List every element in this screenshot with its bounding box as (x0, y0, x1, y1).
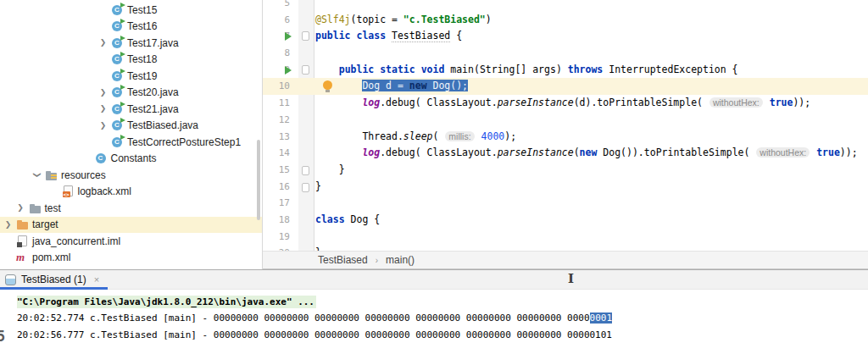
code-line[interactable]: 10 Dog d = new Dog(); (263, 78, 868, 95)
code-line[interactable]: 12 (263, 112, 868, 129)
tree-item-testbiased-java[interactable]: ❯CTestBiased.java (0, 118, 262, 135)
run-overlay-icon (120, 102, 125, 107)
tree-item-label: pom.xml (32, 252, 70, 263)
fold-icon[interactable] (302, 31, 309, 41)
class-run-icon: C (111, 53, 125, 66)
tree-item-label: resources (61, 169, 106, 181)
active-tab-underline (0, 287, 108, 290)
code-text: @Slf4j(topic = "c.TestBiased") (314, 12, 492, 29)
code-editor[interactable]: 56@Slf4j(topic = "c.TestBiased")7public … (263, 0, 868, 251)
code-line[interactable]: 14 log.debug( ClassLayout.parseInstance(… (263, 145, 868, 162)
tree-item-pom-xml[interactable]: mpom.xml (0, 250, 262, 267)
console-tab[interactable]: TestBiased (1) × (0, 270, 104, 289)
tree-item-label: Test21.java (127, 103, 179, 115)
tree-item-test18[interactable]: CTest18 (0, 52, 262, 69)
line-number: 5 (284, 0, 290, 12)
close-tab-icon[interactable]: × (94, 274, 99, 285)
code-text: } (314, 162, 345, 179)
code-line[interactable]: 11 log.debug( ClassLayout.parseInstance(… (263, 95, 868, 112)
code-line[interactable]: 5 (263, 0, 868, 12)
tree-item-label: Test17.java (127, 37, 179, 49)
code-line[interactable]: 18class Dog { (263, 212, 868, 229)
console-gutter-artifact: 5 (0, 328, 5, 345)
fold-end-icon[interactable] (302, 166, 309, 175)
fold-end-icon[interactable] (302, 183, 309, 192)
maven-icon: m (16, 251, 30, 264)
code-text: Dog d = new Dog(); (314, 78, 468, 95)
tree-item-label: TestBiased.java (127, 119, 198, 131)
tree-item-label: Test18 (127, 53, 157, 65)
tree-item-test20-java[interactable]: ❯CTest20.java (0, 85, 262, 102)
editor-gutter: 13 (263, 129, 314, 146)
tree-item-logback-xml[interactable]: <>logback.xml (0, 184, 262, 201)
tree-item-testcorrectposturestep1[interactable]: CTestCorrectPostureStep1 (0, 134, 262, 151)
chevron-right-icon[interactable]: ❯ (13, 200, 29, 216)
run-overlay-icon (120, 36, 125, 41)
tree-item-resources[interactable]: ❯resources (0, 167, 262, 184)
tree-item-constants[interactable]: CConstants (0, 151, 262, 168)
tree-item-test21-java[interactable]: ❯CTest21.java (0, 101, 262, 118)
folder-icon (29, 202, 42, 215)
project-tree-panel: CTest15CTest16❯CTest17.javaCTest18CTest1… (0, 0, 263, 269)
tree-item-test15[interactable]: CTest15 (0, 2, 262, 19)
chevron-right-icon[interactable]: ❯ (0, 217, 16, 233)
code-line[interactable]: 6@Slf4j(topic = "c.TestBiased") (263, 12, 868, 29)
tree-item-test[interactable]: ❯test (0, 200, 262, 217)
code-line[interactable]: 15 } (263, 162, 868, 179)
editor-gutter: 18 (263, 212, 314, 229)
run-overlay-icon (120, 52, 125, 57)
run-gutter-icon[interactable] (285, 32, 292, 41)
tree-item-label: target (32, 218, 58, 230)
code-line[interactable]: 9 public static void main(String[] args)… (263, 62, 868, 79)
run-overlay-icon (120, 69, 125, 74)
console-command-text: "C:\Program Files\Java\jdk1.8.0_212\bin\… (17, 296, 316, 308)
editor-gutter: 15 (263, 162, 314, 179)
tree-item-java-concurrent-iml[interactable]: java_concurrent.iml (0, 233, 262, 250)
editor-gutter: 8 (263, 45, 314, 62)
chevron-right-icon[interactable]: ❯ (95, 101, 111, 117)
chevron-right-icon[interactable]: ❯ (95, 85, 111, 101)
tree-item-test19[interactable]: CTest19 (0, 68, 262, 85)
run-overlay-icon (120, 19, 125, 24)
code-line[interactable]: 16} (263, 179, 868, 196)
editor-gutter: 19 (263, 229, 314, 246)
code-line[interactable]: 13 Thread.sleep( millis: 4000); (263, 129, 868, 146)
fold-icon[interactable] (302, 65, 309, 75)
code-line[interactable]: 17 (263, 195, 868, 212)
class-icon: C (95, 152, 108, 165)
line-number: 13 (279, 129, 290, 146)
run-gutter-icon[interactable] (285, 66, 292, 75)
code-line[interactable]: 7public class TestBiased { (263, 28, 868, 45)
line-number: 10 (279, 78, 290, 95)
tree-item-label: Constants (111, 152, 157, 164)
tree-item-test16[interactable]: CTest16 (0, 19, 262, 36)
code-line[interactable]: 8 (263, 45, 868, 62)
tree-item-label: Test15 (127, 4, 157, 16)
editor-gutter: 10 (263, 78, 314, 95)
iml-icon (16, 235, 30, 248)
chevron-right-icon[interactable]: ❯ (95, 118, 111, 134)
class-run-icon: C (111, 102, 125, 116)
chevron-right-icon[interactable]: ❯ (95, 35, 111, 51)
console-line[interactable]: "C:\Program Files\Java\jdk1.8.0_212\bin\… (17, 294, 868, 310)
editor-gutter: 14 (263, 145, 314, 162)
line-number: 8 (284, 45, 290, 62)
tree-item-label: Test19 (127, 70, 157, 82)
console-output[interactable]: "C:\Program Files\Java\jdk1.8.0_212\bin\… (0, 290, 868, 343)
breadcrumb-class[interactable]: TestBiased (318, 254, 368, 266)
folder-target-icon (16, 218, 30, 231)
tree-item-test17-java[interactable]: ❯CTest17.java (0, 35, 262, 52)
chevron-down-icon[interactable]: ❯ (29, 167, 45, 183)
code-text: log.debug( ClassLayout.parseInstance(new… (314, 145, 858, 162)
tree-item-label: Test20.java (127, 86, 179, 98)
tree-item-target[interactable]: ❯target (0, 217, 262, 234)
tree-scrollbar-thumb[interactable] (257, 140, 260, 220)
breadcrumb-method[interactable]: main() (386, 254, 415, 266)
code-line[interactable]: 19 (263, 229, 868, 246)
line-number: 17 (279, 195, 290, 212)
code-line[interactable]: 20} (263, 245, 868, 251)
console-line[interactable]: 20:02:56.777 c.TestBiased [main] - 00000… (17, 327, 868, 343)
console-line[interactable]: 20:02:52.774 c.TestBiased [main] - 00000… (17, 310, 868, 326)
editor-gutter: 16 (263, 179, 314, 196)
code-text: } (314, 179, 321, 196)
